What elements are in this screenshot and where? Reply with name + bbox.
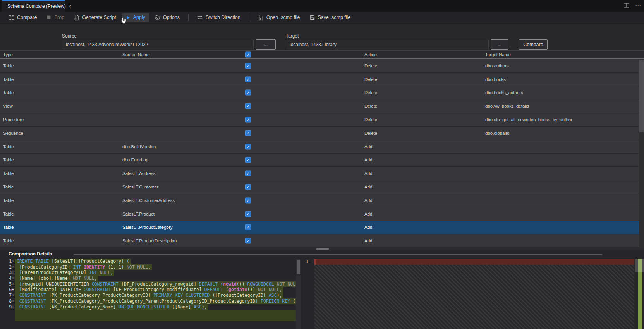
stop-icon (46, 15, 52, 20)
table-row[interactable]: Procedure✓Deletedbo.stp_get_all_cowritte… (0, 113, 644, 127)
table-row[interactable]: Table✓Deletedbo.books_authors (0, 86, 644, 100)
row-source-name: SalesLT.ProductCategory (122, 225, 173, 230)
added-line-text: [rowguid] UNIQUEIDENTIFIER CONSTRAINT [D… (15, 281, 296, 287)
row-include-checkbox[interactable]: ✓ (245, 144, 251, 149)
tab-schema-compare[interactable]: Schema Compare (Preview) × (2, 0, 65, 12)
compare-label: Compare (17, 15, 37, 20)
target-browse-button[interactable]: ... (491, 39, 508, 50)
table-row[interactable]: Table✓Deletedbo.books (0, 73, 644, 86)
switch-direction-button[interactable]: Switch Direction (193, 13, 244, 22)
column-header-source-name[interactable]: Source Name (122, 52, 149, 57)
more-actions-icon[interactable]: ⋯ (635, 3, 641, 9)
target-missing-line-bar (314, 259, 634, 265)
row-type: Table (3, 90, 14, 95)
table-row[interactable]: Table✓Deletedbo.authors (0, 59, 644, 73)
close-tab-icon[interactable]: × (69, 4, 72, 9)
row-action: Delete (364, 117, 377, 122)
diff-code-line (5, 315, 296, 321)
row-source-name: SalesLT.Address (122, 171, 155, 176)
grid-vertical-scrollbar-thumb[interactable] (639, 60, 644, 132)
source-input[interactable] (62, 40, 254, 49)
line-number: 8+ (5, 298, 15, 304)
table-row[interactable]: TableSalesLT.ProductDescription✓Add (0, 234, 644, 248)
column-header-type[interactable]: Type (3, 52, 13, 57)
row-include-checkbox[interactable]: ✓ (245, 184, 251, 190)
row-action: Add (364, 238, 372, 243)
compare-toolbar-button[interactable]: Compare (5, 13, 41, 22)
table-row[interactable]: Sequence✓Deletedbo.globalId (0, 127, 644, 140)
column-header-target-name[interactable]: Target Name (485, 52, 511, 57)
toolbar-separator (249, 14, 249, 21)
row-include-checkbox[interactable]: ✓ (245, 103, 251, 109)
row-action: Delete (364, 63, 377, 68)
row-include-checkbox[interactable]: ✓ (245, 197, 251, 203)
row-source-name: dbo.BuildVersion (122, 144, 156, 149)
table-row[interactable]: Tabledbo.ErrorLog✓Add (0, 154, 644, 167)
added-line-text: CONSTRAINT [PK_ProductCategory_ProductCa… (15, 293, 283, 298)
diff-code-line: 4+ [Name] [dbo].[Name] NOT NULL, (5, 276, 296, 281)
stop-button: Stop (42, 13, 68, 22)
row-include-checkbox[interactable]: ✓ (245, 224, 251, 230)
table-row[interactable]: View✓Deletedbo.vw_books_details (0, 99, 644, 113)
row-include-checkbox[interactable]: ✓ (245, 90, 251, 96)
line-number: 3+ (5, 270, 15, 276)
row-target-name: dbo.books (485, 77, 506, 82)
diff-code-line: 7+ CONSTRAINT [PK_ProductCategory_Produc… (5, 293, 296, 298)
schema-compare-toolbar: Compare Stop Generate Script Apply Optio… (0, 12, 644, 24)
compare-icon (9, 15, 14, 21)
left-pane-scrollbar-thumb[interactable] (297, 260, 300, 274)
target-input[interactable] (286, 40, 489, 49)
right-pane-scrollbar-thumb[interactable] (635, 259, 644, 272)
source-browse-button[interactable]: ... (256, 39, 276, 50)
line-number (5, 315, 15, 321)
row-include-checkbox[interactable]: ✓ (245, 130, 251, 136)
toolbar-separator (188, 14, 189, 21)
row-type: Table (3, 158, 14, 162)
table-row[interactable]: TableSalesLT.ProductCategory✓Add (0, 221, 644, 235)
row-source-name: SalesLT.ProductDescription (122, 238, 177, 243)
row-include-checkbox[interactable]: ✓ (245, 157, 251, 163)
column-header-action[interactable]: Action (364, 52, 377, 57)
source-script-diff-pane[interactable]: 1+CREATE TABLE [SalesLT].[ProductCategor… (5, 259, 296, 329)
row-type: View (3, 104, 13, 108)
row-include-checkbox[interactable]: ✓ (245, 211, 251, 217)
table-row[interactable]: TableSalesLT.Product✓Add (0, 207, 644, 221)
row-action: Add (364, 198, 372, 203)
open-scmp-button[interactable]: Open .scmp file (254, 13, 304, 22)
options-button[interactable]: Options (151, 13, 184, 22)
diff-code-line: 2+ [ProductCategoryID] INT IDENTITY (1, … (5, 264, 296, 270)
mouse-hand-cursor (120, 17, 127, 25)
table-row[interactable]: Tabledbo.BuildVersion✓Add (0, 140, 644, 154)
generate-script-button[interactable]: Generate Script (70, 13, 120, 22)
added-line-text: [ParentProductCategoryID] INT NULL, (15, 270, 114, 276)
row-include-checkbox[interactable]: ✓ (245, 117, 251, 123)
table-row[interactable]: TableSalesLT.Address✓Add (0, 167, 644, 180)
row-target-name: dbo.globalId (485, 131, 510, 135)
compare-run-button[interactable]: Compare (519, 39, 548, 50)
tab-strip: Schema Compare (Preview) × ⋯ (0, 0, 644, 12)
line-number: 5+ (5, 281, 15, 287)
comparison-details-panel: Comparison Details 1+CREATE TABLE [Sales… (0, 250, 644, 329)
row-type: Table (3, 185, 14, 189)
added-line-text: [ProductCategoryID] INT IDENTITY (1, 1) … (15, 264, 152, 270)
row-action: Delete (364, 131, 377, 135)
diff-code-line: 8+ CONSTRAINT [FK_ProductCategory_Produc… (5, 298, 296, 304)
table-row[interactable]: TableSalesLT.CustomerAddress✓Add (0, 194, 644, 207)
comparison-details-title: Comparison Details (9, 251, 52, 257)
row-include-checkbox[interactable]: ✓ (245, 238, 251, 244)
row-include-checkbox[interactable]: ✓ (245, 171, 251, 176)
save-scmp-button[interactable]: Save .scmp file (306, 13, 355, 22)
select-all-checkbox[interactable]: ✓ (245, 52, 251, 58)
generate-script-icon (74, 15, 79, 21)
row-action: Add (364, 212, 372, 216)
added-line-text: CONSTRAINT [FK_ProductCategory_ProductCa… (15, 298, 296, 304)
row-type: Table (3, 225, 14, 230)
row-include-checkbox[interactable]: ✓ (245, 63, 251, 69)
row-include-checkbox[interactable]: ✓ (245, 76, 251, 82)
split-editor-icon[interactable] (623, 2, 630, 9)
line-number: 7+ (5, 293, 15, 298)
row-source-name: SalesLT.CustomerAddress (122, 198, 175, 203)
table-row[interactable]: TableSalesLT.Customer✓Add (0, 180, 644, 194)
tab-title: Schema Compare (Preview) (7, 3, 66, 9)
stop-label: Stop (54, 15, 64, 20)
